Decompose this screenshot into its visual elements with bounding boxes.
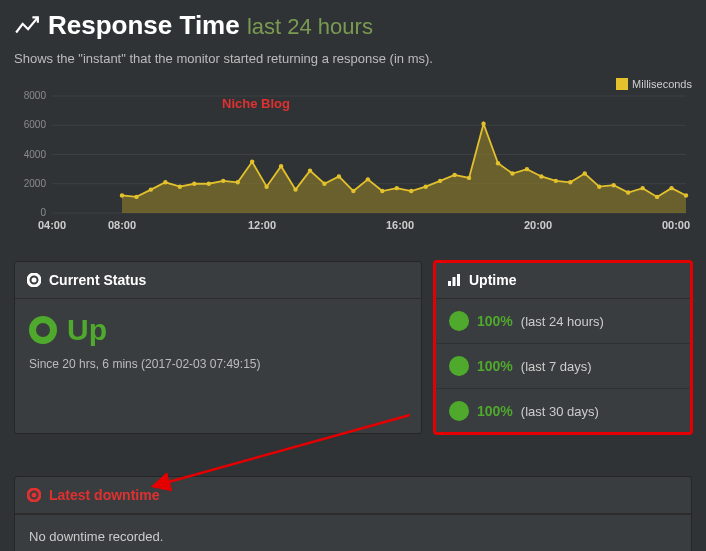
svg-point-20 <box>264 184 268 188</box>
svg-point-46 <box>640 186 644 190</box>
svg-marker-84 <box>464 415 467 418</box>
svg-marker-77 <box>457 401 461 405</box>
svg-point-22 <box>293 187 297 191</box>
uptime-row: 100% (last 24 hours) <box>435 299 691 343</box>
svg-point-21 <box>279 164 283 168</box>
svg-point-33 <box>452 173 456 177</box>
current-status-panel: Current Status Up Since 20 hrs, 6 mins (… <box>14 261 422 434</box>
svg-point-11 <box>134 195 138 199</box>
svg-point-43 <box>597 184 601 188</box>
svg-point-44 <box>611 183 615 187</box>
svg-point-37 <box>510 171 514 175</box>
uptime-range: (last 24 hours) <box>521 314 604 329</box>
svg-marker-76 <box>464 370 467 373</box>
svg-point-40 <box>554 179 558 183</box>
uptime-heading: Uptime <box>469 272 516 288</box>
svg-point-10 <box>120 193 124 197</box>
uptime-row: 100% (last 30 days) <box>435 388 691 433</box>
svg-marker-78 <box>457 417 461 421</box>
svg-point-24 <box>322 182 326 186</box>
svg-point-49 <box>684 193 688 197</box>
downtime-heading: Latest downtime <box>49 487 159 503</box>
svg-marker-63 <box>449 319 453 323</box>
page-subtitle: last 24 hours <box>247 14 373 39</box>
svg-point-18 <box>235 180 239 184</box>
svg-point-15 <box>192 182 196 186</box>
svg-rect-59 <box>453 277 456 286</box>
svg-point-57 <box>32 278 37 283</box>
uptime-range: (last 30 days) <box>521 404 599 419</box>
svg-marker-69 <box>457 356 461 360</box>
svg-text:00:00: 00:00 <box>662 219 690 231</box>
svg-point-35 <box>481 122 485 126</box>
svg-text:12:00: 12:00 <box>248 219 276 231</box>
svg-point-38 <box>525 167 529 171</box>
seal-icon <box>449 356 469 376</box>
svg-marker-65 <box>452 314 455 317</box>
svg-marker-70 <box>457 372 461 376</box>
page-title: Response Time last 24 hours <box>48 10 373 41</box>
svg-point-27 <box>366 177 370 181</box>
svg-point-30 <box>409 189 413 193</box>
svg-point-32 <box>438 179 442 183</box>
svg-text:16:00: 16:00 <box>386 219 414 231</box>
status-since: Since 20 hrs, 6 mins (2017-02-03 07:49:1… <box>29 357 407 371</box>
svg-marker-64 <box>465 319 469 323</box>
svg-point-87 <box>32 493 37 498</box>
svg-text:08:00: 08:00 <box>108 219 136 231</box>
svg-rect-58 <box>448 281 451 286</box>
svg-marker-73 <box>452 359 455 362</box>
svg-point-28 <box>380 189 384 193</box>
chart-canvas: 0200040006000800004:0008:0012:0016:0020:… <box>14 78 692 233</box>
page-description: Shows the "instant" that the monitor sta… <box>14 51 692 66</box>
uptime-pct: 100% <box>477 358 513 374</box>
status-dot-icon <box>27 488 41 502</box>
chart-legend: Milliseconds <box>616 78 692 90</box>
svg-marker-66 <box>464 314 467 317</box>
svg-text:8000: 8000 <box>24 90 47 101</box>
svg-point-48 <box>669 186 673 190</box>
uptime-range: (last 7 days) <box>521 359 592 374</box>
svg-point-25 <box>337 174 341 178</box>
svg-point-39 <box>539 174 543 178</box>
response-time-chart[interactable]: Milliseconds Niche Blog 0200040006000800… <box>14 78 692 253</box>
seal-icon <box>449 311 469 331</box>
svg-marker-61 <box>457 311 461 315</box>
svg-point-42 <box>583 171 587 175</box>
svg-marker-80 <box>465 409 469 413</box>
uptime-row: 100% (last 7 days) <box>435 343 691 388</box>
svg-point-23 <box>308 168 312 172</box>
svg-point-17 <box>221 179 225 183</box>
svg-point-47 <box>655 195 659 199</box>
svg-marker-75 <box>452 370 455 373</box>
svg-point-31 <box>423 184 427 188</box>
svg-text:6000: 6000 <box>24 119 47 130</box>
svg-point-45 <box>626 190 630 194</box>
bars-icon <box>447 273 461 287</box>
svg-marker-67 <box>452 325 455 328</box>
svg-text:4000: 4000 <box>24 149 47 160</box>
svg-marker-79 <box>449 409 453 413</box>
svg-text:2000: 2000 <box>24 178 47 189</box>
svg-point-36 <box>496 161 500 165</box>
status-state: Up <box>67 313 107 347</box>
svg-marker-71 <box>449 364 453 368</box>
svg-marker-68 <box>464 325 467 328</box>
svg-point-13 <box>163 180 167 184</box>
svg-text:04:00: 04:00 <box>38 219 66 231</box>
svg-point-19 <box>250 160 254 164</box>
page-header: Response Time last 24 hours <box>14 10 692 41</box>
status-heading: Current Status <box>49 272 146 288</box>
svg-marker-74 <box>464 359 467 362</box>
chart-line-icon <box>14 13 40 39</box>
svg-text:0: 0 <box>40 207 46 218</box>
uptime-panel: Uptime 100% (last 24 hours) 100% (last 7… <box>434 261 692 434</box>
svg-rect-60 <box>457 274 460 286</box>
uptime-pct: 100% <box>477 403 513 419</box>
svg-point-16 <box>207 182 211 186</box>
uptime-list: 100% (last 24 hours) 100% (last 7 days) … <box>435 299 691 433</box>
legend-swatch <box>616 78 628 90</box>
svg-marker-82 <box>464 404 467 407</box>
svg-text:20:00: 20:00 <box>524 219 552 231</box>
status-dot-icon <box>27 273 41 287</box>
